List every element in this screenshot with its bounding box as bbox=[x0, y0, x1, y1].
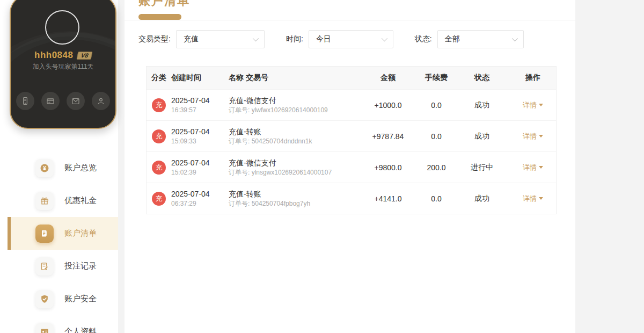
sidebar-item-promotions[interactable]: 优惠礼金 bbox=[0, 184, 118, 217]
sidebar-item-label: 账户安全 bbox=[64, 294, 97, 304]
detail-link[interactable]: 详情 bbox=[523, 132, 543, 141]
detail-label: 详情 bbox=[523, 194, 537, 204]
row-order-no: 订单号: ylwfwx1026920614000109 bbox=[229, 106, 358, 115]
account-page: hhh0848 V8 加入头号玩家第111天 bbox=[0, 0, 644, 333]
caret-down-icon bbox=[539, 135, 543, 137]
row-status: 成功 bbox=[455, 100, 509, 110]
chevron-down-icon bbox=[382, 35, 387, 41]
sidebar-item-label: 账户清单 bbox=[64, 228, 97, 238]
row-name: 充值-微信支付 bbox=[229, 96, 358, 106]
header-category: 分类 bbox=[147, 73, 171, 83]
main-panel: 账户清单 交易类型: 充值 时间: 今日 状态: 全部 bbox=[125, 0, 575, 333]
filter-bar: 交易类型: 充值 时间: 今日 状态: 全部 bbox=[125, 30, 524, 48]
header-divider bbox=[125, 20, 575, 20]
row-date: 2025-07-04 bbox=[171, 158, 229, 168]
username: hhh0848 bbox=[34, 50, 73, 61]
row-fee: 0.0 bbox=[418, 194, 455, 203]
table-header: 分类 创建时间 名称 交易号 金额 手续费 状态 操作 bbox=[147, 67, 556, 89]
time-value: 今日 bbox=[316, 34, 331, 44]
row-status: 成功 bbox=[455, 194, 509, 204]
sidebar-item-bet-records[interactable]: 投注记录 bbox=[0, 250, 118, 283]
detail-label: 详情 bbox=[523, 163, 537, 172]
header-created-time: 创建时间 bbox=[171, 73, 229, 83]
bet-records-icon bbox=[35, 257, 54, 276]
sidebar-item-label: 投注记录 bbox=[64, 261, 97, 271]
status-value: 全部 bbox=[445, 34, 460, 44]
table-row: 充 2025-07-04 16:39:57 充值-微信支付 订单号: ylwfw… bbox=[147, 89, 556, 120]
row-order-no: 订单号: ylnsgwx1026920614000107 bbox=[229, 168, 358, 177]
row-name: 充值-微信支付 bbox=[229, 158, 358, 168]
coin-icon: ¥ bbox=[35, 159, 54, 177]
statement-icon bbox=[35, 225, 54, 243]
sidebar-item-personal-profile[interactable]: 个人资料 bbox=[0, 315, 118, 333]
table-row: 充 2025-07-04 06:37:29 充值-转账 订单号: 5042507… bbox=[147, 183, 556, 214]
header-fee: 手续费 bbox=[418, 73, 455, 83]
transaction-type-label: 交易类型: bbox=[138, 34, 171, 44]
detail-label: 详情 bbox=[523, 132, 537, 141]
quick-actions bbox=[11, 92, 115, 110]
row-status: 成功 bbox=[455, 132, 509, 141]
sidebar-item-account-statement[interactable]: 账户清单 bbox=[8, 217, 118, 250]
row-name: 充值-转账 bbox=[229, 127, 358, 137]
svg-text:¥: ¥ bbox=[43, 165, 46, 171]
row-amount: +9800.0 bbox=[358, 163, 418, 172]
transaction-type-value: 充值 bbox=[184, 34, 199, 44]
chevron-down-icon bbox=[253, 35, 259, 41]
sidebar-item-account-overview[interactable]: ¥ 账户总览 bbox=[0, 151, 118, 184]
bank-card-icon[interactable] bbox=[41, 92, 60, 110]
header-amount: 金额 bbox=[358, 73, 418, 83]
header-status: 状态 bbox=[455, 73, 509, 83]
page-title: 账户清单 bbox=[138, 0, 190, 9]
row-fee: 200.0 bbox=[418, 163, 455, 172]
row-amount: +4141.0 bbox=[358, 194, 418, 203]
row-time: 15:09:33 bbox=[171, 137, 229, 146]
row-name: 充值-转账 bbox=[229, 189, 358, 199]
status-select[interactable]: 全部 bbox=[437, 30, 524, 48]
row-amount: +1000.0 bbox=[358, 101, 418, 110]
sidebar-nav: ¥ 账户总览 优惠礼金 bbox=[0, 151, 118, 333]
profile-card: hhh0848 V8 加入头号玩家第111天 bbox=[10, 0, 116, 129]
shield-icon bbox=[35, 290, 54, 308]
row-status: 进行中 bbox=[455, 163, 509, 172]
status-label: 状态: bbox=[415, 34, 432, 44]
row-date: 2025-07-04 bbox=[171, 96, 229, 106]
title-underline bbox=[138, 14, 181, 20]
row-time: 16:39:57 bbox=[171, 106, 229, 115]
sidebar-item-label: 优惠礼金 bbox=[64, 196, 97, 206]
vip-level-badge: V8 bbox=[76, 52, 93, 60]
sidebar-item-label: 个人资料 bbox=[64, 327, 97, 333]
contact-icon[interactable] bbox=[92, 92, 110, 110]
caret-down-icon bbox=[539, 166, 543, 169]
recharge-badge: 充 bbox=[152, 192, 166, 206]
caret-down-icon bbox=[539, 104, 543, 106]
sidebar-item-label: 账户总览 bbox=[64, 163, 97, 173]
row-fee: 0.0 bbox=[418, 132, 455, 141]
chevron-down-icon bbox=[511, 35, 517, 41]
avatar[interactable] bbox=[45, 10, 79, 45]
transaction-type-select[interactable]: 充值 bbox=[176, 30, 265, 48]
table-row: 充 2025-07-04 15:02:39 充值-微信支付 订单号: ylnsg… bbox=[147, 151, 556, 183]
detail-label: 详情 bbox=[523, 100, 537, 110]
caret-down-icon bbox=[539, 197, 543, 200]
recharge-badge: 充 bbox=[152, 129, 166, 143]
row-date: 2025-07-04 bbox=[171, 127, 229, 137]
header-name-txn: 名称 交易号 bbox=[229, 73, 358, 83]
transactions-table: 分类 创建时间 名称 交易号 金额 手续费 状态 操作 充 2025-07-04… bbox=[146, 66, 557, 214]
row-fee: 0.0 bbox=[418, 101, 455, 110]
id-card-icon bbox=[35, 323, 54, 333]
row-date: 2025-07-04 bbox=[171, 189, 229, 199]
detail-link[interactable]: 详情 bbox=[523, 163, 543, 172]
sidebar-item-account-security[interactable]: 账户安全 bbox=[0, 283, 118, 315]
mail-icon[interactable] bbox=[67, 92, 85, 110]
row-time: 15:02:39 bbox=[171, 168, 229, 177]
header-action: 操作 bbox=[509, 73, 557, 83]
row-amount: +9787.84 bbox=[358, 132, 418, 141]
mobile-icon[interactable] bbox=[16, 92, 34, 110]
time-select[interactable]: 今日 bbox=[309, 30, 393, 48]
join-days-text: 加入头号玩家第111天 bbox=[11, 62, 115, 71]
detail-link[interactable]: 详情 bbox=[523, 100, 543, 110]
row-time: 06:37:29 bbox=[171, 199, 229, 208]
row-order-no: 订单号: 504250704fpbog7yh bbox=[229, 199, 358, 208]
detail-link[interactable]: 详情 bbox=[523, 194, 543, 204]
row-order-no: 订单号: 504250704dnddnn1k bbox=[229, 137, 358, 146]
